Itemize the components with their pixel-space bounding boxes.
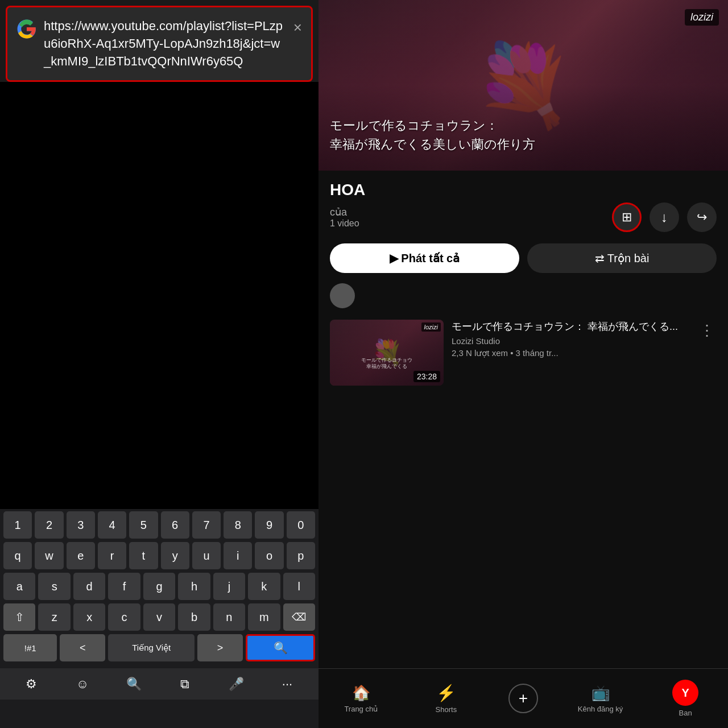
emoji-icon: ☺ [76,677,89,692]
keyboard-emoji-button[interactable]: ☺ [70,672,95,697]
key-y[interactable]: y [161,542,189,569]
home-icon: 🏠 [352,684,370,702]
chevron-right-key[interactable]: > [197,634,243,661]
thumbnail-overlay-text: モールで作るコチョウラン： 幸福が飛んでくる美しい蘭の作り方 [330,116,535,154]
key-v[interactable]: v [143,603,175,631]
backspace-key[interactable]: ⌫ [283,603,315,631]
bottom-section: ⚙ ☺ 🔍 ⧉ 🎤 ··· 🏠 Trang chủ ⚡ [0,668,728,728]
nav-home[interactable]: 🏠 Trang chủ [338,684,384,713]
keyboard-more-button[interactable]: ··· [275,672,300,697]
key-w[interactable]: w [35,542,63,569]
bottom-nav: 🏠 Trang chủ ⚡ Shorts + 📺 Kênh đăng ký Y … [318,668,728,728]
shuffle-button[interactable]: ⇄ Trộn bài [527,243,717,273]
video-thumbnail: 💐 lozizi モールで作るコチョウ幸福が飛んでくる 23:28 [330,320,444,386]
keyboard-search-tool-button[interactable]: 🔍 [121,672,146,697]
video-title: モールで作るコチョウラン： 幸福が飛んでくる... [452,320,689,334]
key-p[interactable]: p [287,542,315,569]
more-icon: ··· [282,677,292,692]
shorts-label: Shorts [436,705,457,714]
keyboard-zxcv-row: ⇧ z x c v b n m ⌫ [3,603,315,631]
key-2[interactable]: 2 [35,511,63,539]
play-all-label: ▶ Phát tất cả [390,251,460,265]
add-to-playlist-button[interactable]: ⊞ [612,202,642,232]
key-m[interactable]: m [248,603,280,631]
key-j[interactable]: j [213,573,245,600]
video-stats: 2,3 N lượt xem • 3 tháng tr... [452,348,689,358]
key-7[interactable]: 7 [192,511,221,539]
right-panel: 💐 lozizi モールで作るコチョウラン： 幸福が飛んでくる美しい蘭の作り方 … [318,0,728,668]
key-k[interactable]: k [248,573,280,600]
nav-shorts[interactable]: ⚡ Shorts [423,684,469,714]
keyboard-qwerty-row: q w e r t y u i o p [3,542,315,569]
clipboard-icon: ⧉ [180,677,189,692]
key-e[interactable]: e [67,542,95,569]
key-0[interactable]: 0 [287,511,315,539]
play-all-button[interactable]: ▶ Phát tất cả [330,243,519,273]
play-buttons-row: ▶ Phát tất cả ⇄ Trộn bài [318,238,728,279]
key-u[interactable]: u [192,542,221,569]
key-l[interactable]: l [283,573,315,600]
key-5[interactable]: 5 [129,511,158,539]
share-button[interactable]: ↪ [687,202,717,232]
google-logo-icon [16,19,37,39]
video-more-options-icon[interactable]: ⋮ [697,320,717,342]
keyboard-search-icon: 🔍 [126,677,142,692]
you-avatar: Y [672,680,698,706]
key-s[interactable]: s [38,573,70,600]
key-q[interactable]: q [3,542,32,569]
key-6[interactable]: 6 [161,511,189,539]
shorts-icon: ⚡ [436,684,456,702]
key-8[interactable]: 8 [224,511,252,539]
download-button[interactable]: ↓ [650,202,679,232]
key-t[interactable]: t [129,542,158,569]
shift-key[interactable]: ⇧ [3,603,35,631]
nav-subscriptions[interactable]: 📺 Kênh đăng ký [578,684,623,713]
download-icon: ↓ [661,209,668,225]
playlist-thumbnail: 💐 lozizi モールで作るコチョウラン： 幸福が飛んでくる美しい蘭の作り方 [318,0,728,171]
symbols-key[interactable]: !#1 [3,634,57,661]
keyboard-area[interactable]: ⚙ ☺ 🔍 ⧉ 🎤 ··· [0,668,318,728]
video-list-item[interactable]: 💐 lozizi モールで作るコチョウ幸福が飛んでくる 23:28 モールで作る… [318,313,728,392]
search-submit-icon: 🔍 [274,641,288,655]
keyboard-clipboard-button[interactable]: ⧉ [172,672,197,697]
key-4[interactable]: 4 [98,511,126,539]
key-d[interactable]: d [73,573,105,600]
chevron-left-key[interactable]: < [60,634,105,661]
key-z[interactable]: z [38,603,70,631]
key-b[interactable]: b [178,603,210,631]
key-g[interactable]: g [143,573,175,600]
address-bar[interactable]: https://www.youtube.com/playlist?list=PL… [6,6,313,82]
url-text: https://www.youtube.com/playlist?list=PL… [44,18,287,70]
keyboard-settings-button[interactable]: ⚙ [19,672,44,697]
close-icon[interactable]: × [293,19,302,36]
video-duration: 23:28 [413,371,440,382]
keyboard-keys-area[interactable]: 1 2 3 4 5 6 7 8 9 0 q w e r t y u i o p … [0,509,318,668]
key-r[interactable]: r [98,542,126,569]
key-c[interactable]: c [108,603,140,631]
you-icon: Y [682,686,689,700]
playlist-owner: của [330,206,359,218]
create-button[interactable]: + [508,684,538,713]
language-key[interactable]: Tiếng Việt [108,634,195,661]
key-f[interactable]: f [108,573,140,600]
key-i[interactable]: i [224,542,252,569]
key-o[interactable]: o [255,542,283,569]
playlist-count: 1 video [330,218,359,229]
channel-badge: lozizi [685,9,719,26]
key-n[interactable]: n [213,603,245,631]
key-a[interactable]: a [3,573,35,600]
playlist-meta-left: của 1 video [330,206,359,229]
keyboard-mic-button[interactable]: 🎤 [224,672,249,697]
key-h[interactable]: h [178,573,210,600]
playlist-actions: ⊞ ↓ ↪ [612,202,717,232]
key-x[interactable]: x [73,603,105,631]
nav-you[interactable]: Y Ban [663,680,708,717]
avatar [330,283,355,308]
settings-icon: ⚙ [26,677,37,692]
key-3[interactable]: 3 [67,511,95,539]
search-submit-key[interactable]: 🔍 [246,634,315,661]
key-9[interactable]: 9 [255,511,283,539]
key-1[interactable]: 1 [3,511,32,539]
add-icon: + [519,689,528,708]
keyboard-bottom-row: !#1 < Tiếng Việt > 🔍 [3,634,315,661]
